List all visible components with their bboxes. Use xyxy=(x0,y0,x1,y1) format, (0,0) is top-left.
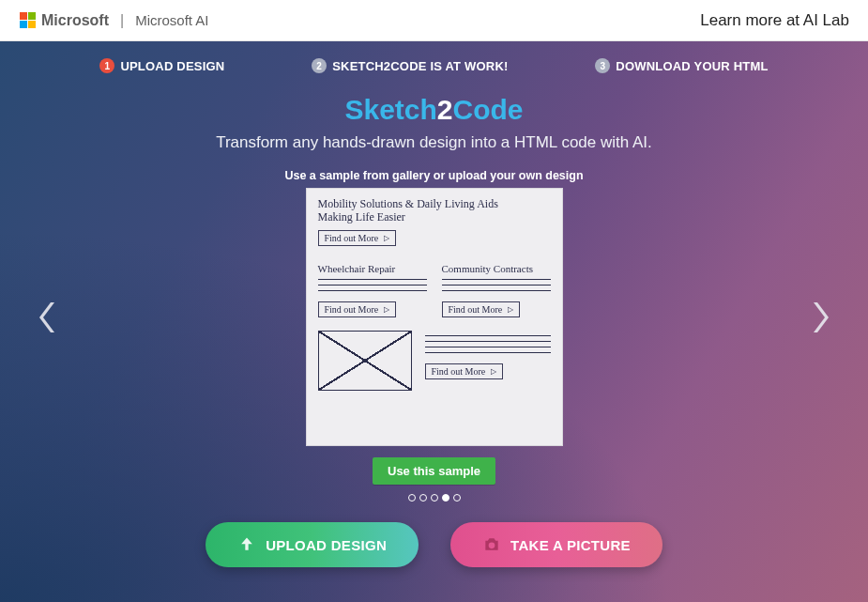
upload-label: UPLOAD DESIGN xyxy=(266,537,387,553)
brand-divider: | xyxy=(120,12,124,29)
step-number-badge: 3 xyxy=(595,58,610,73)
step-number-badge: 2 xyxy=(312,58,327,73)
chevron-right-icon xyxy=(806,301,832,334)
sketch-col2-heading: Community Contracts xyxy=(442,263,551,274)
step-label: DOWNLOAD YOUR HTML xyxy=(616,59,768,73)
page-title: Sketch2Code xyxy=(0,94,868,126)
carousel-dot[interactable] xyxy=(431,494,438,502)
step-working[interactable]: 2 SKETCH2CODE IS AT WORK! xyxy=(312,58,508,73)
sketch-heading-line2: Making Life Easier xyxy=(318,211,551,224)
title-part-3: Code xyxy=(453,94,524,125)
carousel-next-button[interactable] xyxy=(806,301,832,334)
subtitle: Transform any hands-drawn design into a … xyxy=(0,133,868,152)
step-number-badge: 1 xyxy=(99,58,114,73)
brand-name[interactable]: Microsoft xyxy=(41,12,109,29)
action-buttons: UPLOAD DESIGN TAKE A PICTURE xyxy=(0,522,868,567)
brand-group: Microsoft | Microsoft AI xyxy=(19,12,209,29)
title-part-1: Sketch xyxy=(344,94,436,125)
carousel-dot[interactable] xyxy=(453,494,461,502)
learn-more-link[interactable]: Learn more at AI Lab xyxy=(700,11,849,30)
step-upload[interactable]: 1 UPLOAD DESIGN xyxy=(99,58,224,73)
step-download[interactable]: 3 DOWNLOAD YOUR HTML xyxy=(595,58,768,73)
top-bar: Microsoft | Microsoft AI Learn more at A… xyxy=(0,0,868,41)
take-picture-button[interactable]: TAKE A PICTURE xyxy=(450,522,662,567)
brand-subname[interactable]: Microsoft AI xyxy=(135,12,208,28)
gallery-hint: Use a sample from gallery or upload your… xyxy=(0,169,868,182)
sketch-cta-4: Find out More▷ xyxy=(425,363,504,379)
carousel-dot[interactable] xyxy=(419,494,427,502)
carousel-prev-button[interactable] xyxy=(36,301,62,334)
use-sample-button[interactable]: Use this sample xyxy=(373,457,495,485)
sample-carousel: Mobility Solutions & Daily Living Aids M… xyxy=(0,188,868,446)
carousel-dot[interactable] xyxy=(442,494,449,502)
carousel-dots xyxy=(0,494,868,502)
sketch-cta-3: Find out More▷ xyxy=(442,301,521,317)
upload-design-button[interactable]: UPLOAD DESIGN xyxy=(206,522,419,567)
title-part-2: 2 xyxy=(437,94,453,125)
sketch-cta-1: Find out More▷ xyxy=(318,230,397,246)
chevron-left-icon xyxy=(36,301,62,334)
sample-sketch-image[interactable]: Mobility Solutions & Daily Living Aids M… xyxy=(306,188,563,446)
upload-icon xyxy=(237,535,256,554)
steps-row: 1 UPLOAD DESIGN 2 SKETCH2CODE IS AT WORK… xyxy=(0,41,868,81)
carousel-dot[interactable] xyxy=(408,494,416,502)
sketch-heading-line1: Mobility Solutions & Daily Living Aids xyxy=(318,198,551,211)
sketch-col1-heading: Wheelchair Repair xyxy=(318,263,427,274)
camera-label: TAKE A PICTURE xyxy=(510,537,631,553)
sketch-image-placeholder-icon xyxy=(318,331,412,391)
microsoft-logo-icon xyxy=(19,12,36,29)
step-label: SKETCH2CODE IS AT WORK! xyxy=(332,59,508,73)
camera-icon xyxy=(482,535,501,554)
step-label: UPLOAD DESIGN xyxy=(120,59,224,73)
sketch-cta-2: Find out More▷ xyxy=(318,301,397,317)
hero-section: 1 UPLOAD DESIGN 2 SKETCH2CODE IS AT WORK… xyxy=(0,41,868,602)
